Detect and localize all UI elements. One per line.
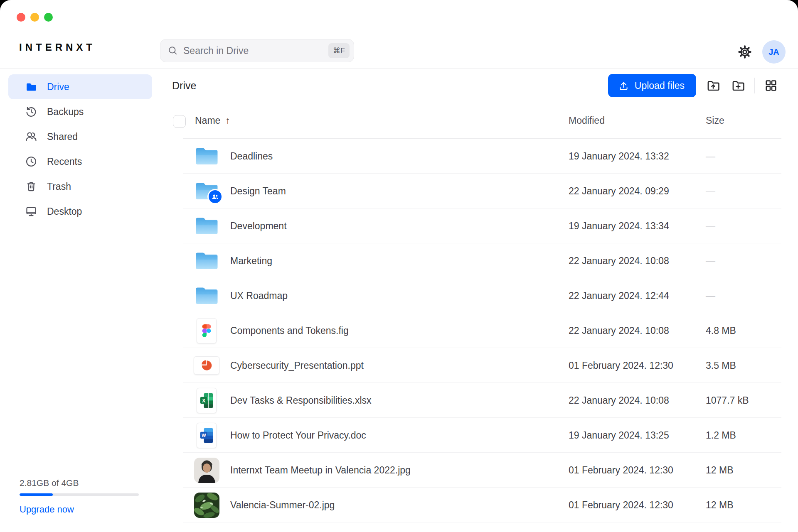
word-file-icon: W [197,423,217,448]
table-row[interactable]: UX Roadmap22 January 2024. 12:44— [160,278,798,313]
excel-file-icon: X [197,388,217,413]
toolbar-divider [754,78,755,93]
column-header-name[interactable]: Name↑ [195,115,230,126]
window-controls [17,13,53,22]
sidebar-item-label: Backups [47,106,84,118]
shared-badge-icon [211,193,219,201]
row-size: — [706,208,715,243]
avatar[interactable]: JA [762,40,786,64]
row-modified: 22 January 2024. 10:08 [569,383,669,418]
row-name: Marketing [230,243,272,278]
row-size: 4.8 MB [706,313,736,348]
row-modified: 01 February 2024. 12:30 [569,453,673,488]
table-row[interactable]: Development19 January 2024. 13:34— [160,208,798,243]
table-row[interactable]: Marketing22 January 2024. 10:08— [160,243,798,278]
sort-arrow-icon: ↑ [225,115,230,126]
select-all-checkbox[interactable] [173,115,186,128]
svg-text:X: X [202,397,205,403]
minimize-button[interactable] [30,13,39,22]
sidebar-item-label: Shared [47,131,78,142]
table-row[interactable]: Components and Tokens.fig22 January 2024… [160,313,798,348]
folder-icon [25,81,37,93]
row-name: How to Protect Your Privacy.doc [230,418,366,453]
folder-icon [195,251,218,270]
svg-text:W: W [201,433,206,438]
row-modified: 22 January 2024. 12:44 [569,278,669,313]
page-title: Drive [172,80,196,92]
grid-view-icon [764,79,778,92]
search-icon [167,45,178,56]
table-row[interactable]: WHow to Protect Your Privacy.doc19 Janua… [160,418,798,453]
column-header-size[interactable]: Size [706,115,724,126]
row-size: 12 MB [706,488,733,522]
folder-icon [195,181,218,201]
row-size: 1077.7 kB [706,383,749,418]
folder-icon [195,286,218,305]
upload-folder-button[interactable] [704,76,723,95]
table-row[interactable]: Internxt Team Meetup in Valencia 2022.jp… [160,453,798,488]
row-size: 12 MB [706,453,733,488]
settings-button[interactable] [736,44,753,60]
row-modified: 19 January 2024. 13:34 [569,208,669,243]
sidebar-item-trash[interactable]: Trash [8,174,152,199]
row-modified: 22 January 2024. 10:08 [569,313,669,348]
sidebar-item-label: Trash [47,181,71,192]
toolbar: Upload files [608,74,781,97]
app-window: INTERNXT ⌘F JA Drive [0,0,798,532]
table-row[interactable]: Valencia-Summer-02.jpg01 February 2024. … [160,488,798,522]
upgrade-link[interactable]: Upgrade now [20,504,74,515]
sidebar-item-desktop[interactable]: Desktop [8,199,152,224]
search-input[interactable] [183,45,328,56]
people-icon [25,130,37,143]
trash-icon [25,180,37,193]
search-shortcut-badge: ⌘F [328,43,350,58]
row-modified: 22 January 2024. 10:08 [569,243,669,278]
gear-icon [737,44,752,59]
row-size: 1.2 MB [706,418,736,453]
powerpoint-file-icon [194,356,219,375]
zoom-button[interactable] [44,13,53,22]
folder-icon [195,216,218,235]
monitor-icon [25,205,37,218]
upload-files-button[interactable]: Upload files [608,74,696,97]
storage-progress-fill [20,493,53,496]
main-content: Drive Upload files [160,69,798,532]
sidebar-item-backups[interactable]: Backups [8,99,152,124]
sidebar-item-drive[interactable]: Drive [8,74,152,99]
create-folder-button[interactable] [729,76,748,95]
row-size: — [706,278,715,313]
sidebar-item-label: Desktop [47,206,82,217]
row-name: Internxt Team Meetup in Valencia 2022.jp… [230,453,411,488]
shared-badge [209,190,222,203]
table-row[interactable]: Cybersecurity_Presentation.ppt01 Februar… [160,348,798,383]
clock-icon [25,155,37,168]
sidebar-item-recents[interactable]: Recents [8,149,152,174]
folder-icon [195,147,218,166]
row-size: — [706,243,715,278]
close-button[interactable] [17,13,25,22]
folder-upload-icon [706,78,720,93]
row-size: 3.5 MB [706,348,736,383]
column-header-modified[interactable]: Modified [569,115,605,126]
row-modified: 01 February 2024. 12:30 [569,348,673,383]
row-name: Deadlines [230,139,273,174]
row-name: Cybersecurity_Presentation.ppt [230,348,364,383]
storage-usage-text: 2.81GB of 4GB [20,478,139,488]
file-list: Deadlines19 January 2024. 13:32—Design T… [160,139,798,522]
table-header: Name↑ Modified Size [160,104,798,139]
view-toggle-button[interactable] [761,76,781,95]
row-name: Design Team [230,174,286,208]
search-bar[interactable]: ⌘F [160,39,354,62]
row-name: Valencia-Summer-02.jpg [230,488,335,522]
upload-icon [618,80,629,91]
table-row[interactable]: Deadlines19 January 2024. 13:32— [160,139,798,174]
photo-thumbnail-portrait [194,458,219,483]
sidebar-item-shared[interactable]: Shared [8,124,152,149]
sidebar-item-label: Recents [47,156,82,167]
table-row[interactable]: Design Team22 January 2024. 09:29— [160,174,798,208]
row-size: — [706,139,715,174]
sidebar: DriveBackupsSharedRecentsTrashDesktop 2.… [0,69,159,532]
table-row[interactable]: XDev Tasks & Responsibilities.xlsx22 Jan… [160,383,798,418]
row-modified: 19 January 2024. 13:25 [569,418,669,453]
storage-section: 2.81GB of 4GB Upgrade now [20,478,139,532]
